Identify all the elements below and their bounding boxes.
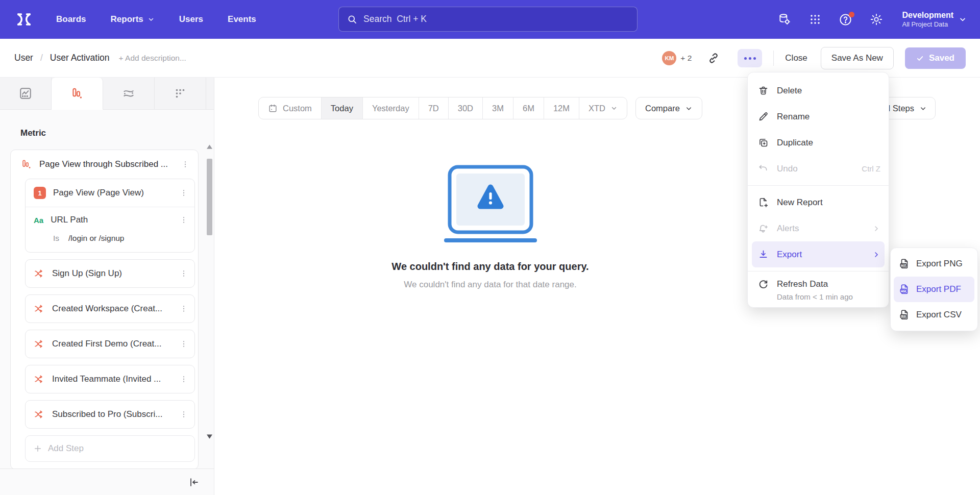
menu-item-refresh-data[interactable]: Refresh Data Data from < 1 min ago xyxy=(748,275,889,301)
funnel-step: 1 Page View (Page View) Aa URL Path xyxy=(25,179,195,253)
apps-grid-icon[interactable] xyxy=(807,12,823,27)
close-button[interactable]: Close xyxy=(785,53,807,63)
add-step-button[interactable]: Add Step xyxy=(25,435,195,462)
report-type-tabs xyxy=(0,78,214,110)
tab-insights[interactable] xyxy=(0,78,52,109)
mixpanel-logo-icon[interactable] xyxy=(15,11,33,28)
project-switcher[interactable]: Development All Project Data xyxy=(902,10,967,29)
event-shuffle-icon xyxy=(34,303,45,314)
kebab-menu-icon[interactable] xyxy=(178,409,189,420)
event-shuffle-icon xyxy=(34,268,45,279)
chevron-right-icon xyxy=(872,251,880,259)
svg-text:PNG: PNG xyxy=(901,264,906,266)
date-tab-7d[interactable]: 7D xyxy=(419,97,449,119)
scroll-up-arrow[interactable] xyxy=(207,144,212,149)
date-tab-today[interactable]: Today xyxy=(322,97,363,119)
filter-property: URL Path xyxy=(51,215,171,225)
collapse-sidebar-icon[interactable] xyxy=(188,477,200,488)
undo-icon xyxy=(758,163,769,174)
chevron-down-icon xyxy=(610,105,618,112)
menu-item-duplicate[interactable]: Duplicate xyxy=(748,130,889,156)
tab-flows[interactable] xyxy=(103,78,155,109)
global-search[interactable] xyxy=(338,7,638,32)
help-icon[interactable] xyxy=(838,12,853,27)
menu-item-export[interactable]: Export xyxy=(752,241,885,267)
scroll-down-arrow[interactable] xyxy=(207,434,212,439)
step-event-row[interactable]: Created First Demo (Creat... xyxy=(26,330,194,358)
funnel-step: Sign Up (Sign Up) xyxy=(25,259,195,288)
undo-shortcut: Ctrl Z xyxy=(862,164,880,173)
scrollbar-thumb[interactable] xyxy=(207,159,212,235)
date-tab-30d[interactable]: 30D xyxy=(449,97,483,119)
funnel-step: Created Workspace (Creat... xyxy=(25,294,195,323)
data-management-icon[interactable] xyxy=(777,12,792,27)
settings-gear-icon[interactable] xyxy=(869,12,884,27)
date-tab-6m[interactable]: 6M xyxy=(513,97,544,119)
save-as-new-button[interactable]: Save As New xyxy=(821,47,894,69)
kebab-menu-icon[interactable] xyxy=(178,338,189,350)
metric-section-label: Metric xyxy=(20,128,199,138)
date-tab-yesterday[interactable]: Yesterday xyxy=(363,97,419,119)
kebab-menu-icon[interactable] xyxy=(178,268,189,279)
menu-item-new-report[interactable]: New Report xyxy=(748,189,889,215)
step-filter[interactable]: Aa URL Path Is /login or /signup xyxy=(26,207,194,252)
step-event-row[interactable]: Sign Up (Sign Up) xyxy=(26,260,194,287)
submenu-item-export-png[interactable]: PNG Export PNG xyxy=(894,251,974,277)
event-shuffle-icon xyxy=(34,409,45,420)
more-options-button[interactable] xyxy=(738,49,762,67)
submenu-item-export-pdf[interactable]: PDF Export PDF xyxy=(894,277,974,302)
metric-card: Page View through Subscribed ... 1 Page … xyxy=(10,150,199,468)
svg-text:CSV: CSV xyxy=(901,315,906,317)
funnel-step: Subscribed to Pro (Subscri... xyxy=(25,400,195,429)
toolbar-divider xyxy=(773,51,774,66)
chevron-down-icon xyxy=(685,105,693,112)
date-tab-custom[interactable]: Custom xyxy=(259,97,322,119)
step-event-row[interactable]: Invited Teammate (Invited ... xyxy=(26,365,194,393)
compare-dropdown[interactable]: Compare xyxy=(635,97,702,119)
step-event-row[interactable]: Subscribed to Pro (Subscri... xyxy=(26,401,194,428)
menu-item-delete[interactable]: Delete xyxy=(748,78,889,104)
nav-item-users[interactable]: Users xyxy=(179,14,203,24)
chevron-down-icon xyxy=(919,105,927,112)
step-event-row[interactable]: 1 Page View (Page View) xyxy=(26,179,194,207)
nav-item-events[interactable]: Events xyxy=(228,14,256,24)
date-tab-12m[interactable]: 12M xyxy=(544,97,579,119)
add-description-button[interactable]: + Add description... xyxy=(119,54,186,63)
saved-button[interactable]: Saved xyxy=(905,47,966,69)
submenu-item-export-csv[interactable]: CSV Export CSV xyxy=(894,302,974,328)
empty-state: We couldn't find any data for your query… xyxy=(215,165,766,290)
kebab-menu-icon[interactable] xyxy=(178,374,189,385)
step-event-row[interactable]: Created Workspace (Creat... xyxy=(26,295,194,323)
breadcrumb: User / User Activation xyxy=(14,53,110,63)
filter-value[interactable]: /login or /signup xyxy=(68,234,124,243)
funnel-bars-icon xyxy=(21,159,32,170)
query-builder-body: Metric Page View through Subscribed ... … xyxy=(0,110,214,468)
kebab-menu-icon[interactable] xyxy=(180,159,191,170)
sidebar-scrollbar[interactable] xyxy=(206,143,213,440)
chevron-down-icon xyxy=(959,15,967,23)
query-builder-sidebar: Metric Page View through Subscribed ... … xyxy=(0,78,214,495)
date-tab-xtd[interactable]: XTD xyxy=(579,97,627,119)
nav-item-boards[interactable]: Boards xyxy=(56,14,86,24)
kebab-menu-icon[interactable] xyxy=(178,303,189,314)
menu-item-alerts[interactable]: Alerts xyxy=(748,215,889,241)
tab-funnels[interactable] xyxy=(52,78,103,110)
avatar[interactable]: KM xyxy=(662,51,676,65)
event-shuffle-icon xyxy=(34,374,45,385)
pdf-file-icon: PDF xyxy=(899,284,910,295)
menu-item-undo[interactable]: Undo Ctrl Z xyxy=(748,156,889,182)
nav-item-reports[interactable]: Reports xyxy=(111,14,155,24)
avatar-extra-count[interactable]: + 2 xyxy=(680,54,692,63)
search-input[interactable] xyxy=(363,14,629,24)
svg-text:PDF: PDF xyxy=(901,289,906,292)
kebab-menu-icon[interactable] xyxy=(178,214,189,226)
date-tab-3m[interactable]: 3M xyxy=(483,97,513,119)
kebab-menu-icon[interactable] xyxy=(178,187,189,199)
tab-retention[interactable] xyxy=(155,78,206,109)
copy-link-icon[interactable] xyxy=(705,50,722,67)
breadcrumb-user[interactable]: User xyxy=(14,53,33,63)
menu-item-rename[interactable]: Rename xyxy=(748,104,889,130)
filter-operator[interactable]: Is xyxy=(53,234,59,243)
report-title[interactable]: User Activation xyxy=(50,53,110,63)
metric-card-header[interactable]: Page View through Subscribed ... xyxy=(11,150,198,179)
